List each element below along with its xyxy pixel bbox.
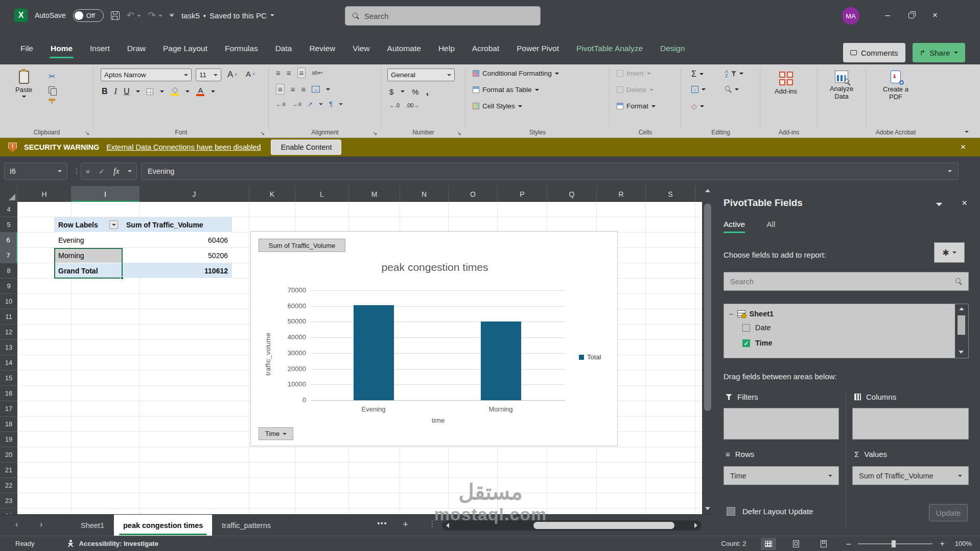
create-pdf-button[interactable]: λ Create a PDF: [879, 71, 912, 101]
scroll-down-icon[interactable]: [705, 507, 710, 510]
delete-cells-button[interactable]: Delete: [617, 85, 654, 95]
format-painter-icon[interactable]: [49, 99, 55, 104]
autosum-button[interactable]: Σ: [691, 68, 704, 80]
name-box[interactable]: I6: [4, 163, 67, 180]
align-center-icon[interactable]: ≡: [291, 85, 295, 94]
menu-tab-automate[interactable]: Automate: [386, 40, 422, 57]
menu-tab-page-layout[interactable]: Page Layout: [162, 40, 208, 57]
clear-button[interactable]: ◇: [691, 101, 704, 111]
pivot-header-rowlabels[interactable]: Row Labels: [54, 217, 122, 233]
borders-icon[interactable]: [147, 88, 153, 95]
namebox-splitter-icon[interactable]: ⋮: [73, 167, 80, 175]
pivot-value-morning[interactable]: 50206: [122, 248, 232, 263]
row-header-8[interactable]: 8: [0, 263, 17, 279]
insert-function-icon[interactable]: fx: [113, 167, 120, 176]
menu-tab-power-pivot[interactable]: Power Pivot: [516, 40, 560, 57]
menu-tab-design[interactable]: Design: [659, 40, 686, 57]
add-sheet-icon[interactable]: +: [403, 519, 408, 530]
chart-bar-morning[interactable]: [481, 322, 521, 400]
alignment-dialog-launcher[interactable]: ↘: [372, 130, 377, 136]
chart-legend[interactable]: Total: [579, 353, 601, 361]
close-button[interactable]: ×: [927, 10, 943, 20]
align-middle-icon[interactable]: ≡: [287, 68, 291, 77]
column-header-M[interactable]: M: [349, 186, 400, 202]
fill-button[interactable]: ↓: [691, 85, 706, 94]
merge-center-icon[interactable]: ↔: [312, 86, 320, 93]
insert-cells-button[interactable]: Insert: [617, 68, 651, 78]
pivot-header-values[interactable]: Sum of Traffic_Volume: [122, 217, 232, 233]
pane-collapse-chevron[interactable]: [936, 203, 943, 206]
orientation-icon[interactable]: ↗: [308, 101, 313, 108]
text-direction-icon[interactable]: ¶: [329, 100, 333, 108]
cancel-entry-icon[interactable]: ×: [85, 167, 90, 176]
row-header-17[interactable]: 17: [0, 401, 17, 417]
row-header-15[interactable]: 15: [0, 371, 17, 386]
accessibility-status[interactable]: Accessibility: Investigate: [79, 540, 158, 547]
enable-content-button[interactable]: Enable Content: [271, 140, 341, 155]
defer-layout-checkbox[interactable]: [727, 507, 735, 516]
hscroll-thumb[interactable]: [533, 522, 674, 529]
row-header-12[interactable]: 12: [0, 325, 17, 340]
pivot-chart[interactable]: Sum of Traffic_Volume peak congestion ti…: [250, 231, 618, 446]
row-header-13[interactable]: 13: [0, 340, 17, 355]
search-bar[interactable]: [345, 6, 541, 26]
sheet-tab-Sheet1[interactable]: Sheet1: [72, 515, 113, 536]
row-header-18[interactable]: 18: [0, 417, 17, 432]
column-header-J[interactable]: J: [139, 186, 249, 202]
row-header-10[interactable]: 10: [0, 294, 17, 309]
zoom-slider-thumb[interactable]: [892, 540, 896, 547]
format-cells-button[interactable]: Format: [617, 101, 656, 111]
pane-close-icon[interactable]: ×: [962, 197, 967, 209]
fill-color-icon[interactable]: [171, 87, 179, 96]
shrink-font-button[interactable]: A˅: [246, 70, 255, 78]
security-warning-link[interactable]: External Data Connections have been disa…: [106, 143, 261, 151]
merge-center-chevron[interactable]: [326, 88, 330, 90]
borders-menu-chevron[interactable]: [160, 90, 164, 93]
cut-icon[interactable]: ✂: [49, 72, 55, 81]
save-icon[interactable]: [111, 11, 120, 20]
sort-filter-button[interactable]: AZ: [725, 68, 743, 79]
avatar[interactable]: MA: [842, 7, 859, 25]
currency-format-button[interactable]: $: [389, 87, 393, 96]
italic-button[interactable]: I: [114, 87, 117, 96]
column-header-R[interactable]: R: [597, 186, 646, 202]
font-name-combo[interactable]: Aptos Narrow: [101, 68, 192, 81]
row-header-5[interactable]: 5: [0, 217, 17, 233]
autosave-toggle[interactable]: Off: [73, 9, 104, 22]
row-header-4[interactable]: 4: [0, 202, 17, 217]
row-header-20[interactable]: 20: [0, 447, 17, 463]
grow-font-button[interactable]: A˄: [227, 70, 238, 80]
menu-tab-acrobat[interactable]: Acrobat: [471, 40, 500, 57]
column-header-O[interactable]: O: [449, 186, 498, 202]
orientation-chevron[interactable]: [319, 103, 323, 105]
page-layout-view-button[interactable]: [788, 538, 804, 550]
number-dialog-launcher[interactable]: ↘: [457, 130, 461, 136]
menu-tab-home[interactable]: Home: [50, 40, 74, 57]
select-all-corner[interactable]: [0, 186, 17, 202]
horizontal-scrollbar[interactable]: [442, 520, 702, 531]
field-scroll-down-icon[interactable]: [959, 351, 964, 354]
column-header-I[interactable]: I: [72, 186, 139, 202]
format-as-table-button[interactable]: Format as Table: [473, 85, 539, 95]
menu-tab-file[interactable]: File: [19, 40, 34, 57]
page-break-view-button[interactable]: [816, 538, 831, 550]
row-header-23[interactable]: 23: [0, 493, 17, 509]
comma-format-button[interactable]: ,: [426, 86, 429, 97]
column-header-S[interactable]: S: [646, 186, 695, 202]
row-header-9[interactable]: 9: [0, 279, 17, 294]
document-title[interactable]: task5 • Saved to this PC: [181, 11, 274, 20]
undo-icon[interactable]: ↶: [127, 10, 141, 21]
chart-bar-evening[interactable]: [354, 305, 394, 400]
cells-area[interactable]: 456789101112131415161718192021222324 Row…: [0, 202, 702, 514]
pane-tab-active[interactable]: Active: [724, 220, 745, 233]
normal-view-button[interactable]: [761, 538, 776, 550]
number-format-combo[interactable]: General: [387, 68, 455, 81]
addins-button[interactable]: Add-ins: [775, 72, 797, 95]
underline-menu-chevron[interactable]: [136, 90, 140, 93]
pivot-value-evening[interactable]: 60406: [122, 233, 232, 248]
field-checkbox-time[interactable]: ✓: [742, 339, 750, 347]
menu-tab-draw[interactable]: Draw: [126, 40, 147, 57]
menu-tab-pivottable-analyze[interactable]: PivotTable Analyze: [575, 40, 644, 57]
row-header-21[interactable]: 21: [0, 463, 17, 478]
align-top-icon[interactable]: ≡: [276, 68, 281, 77]
